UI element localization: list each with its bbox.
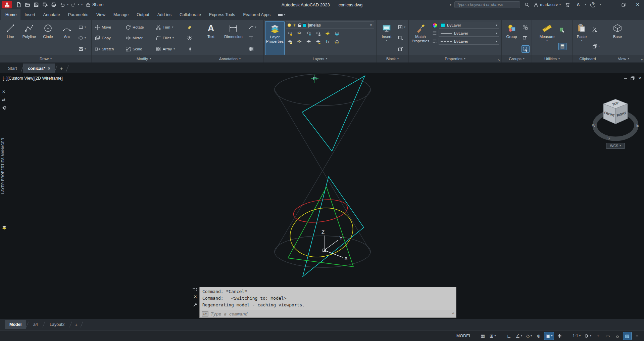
ribbon-tab-addins[interactable]: Add-ins (153, 9, 176, 20)
workspace-switching-button[interactable]: ▾ (583, 332, 593, 340)
insert-block-button[interactable]: Insert ▾ (378, 21, 395, 55)
command-history-expand-arrow[interactable]: ^ (452, 312, 454, 316)
properties-dialog-launcher[interactable]: ↘ (497, 58, 500, 61)
viewcube[interactable]: W S E TOP FRONT RIGHT (587, 92, 644, 145)
ribbon-tab-collaborate[interactable]: Collaborate (176, 9, 205, 20)
modify-panel-label[interactable]: Modify▾ (92, 55, 196, 62)
layer-on-button[interactable] (286, 38, 294, 46)
ellipse-button[interactable]: ▾ (77, 34, 87, 42)
quick-select-button[interactable] (558, 26, 566, 34)
new-drawing-button[interactable] (15, 1, 23, 8)
offset-button[interactable] (186, 45, 193, 53)
minimize-window-button[interactable]: ─ (604, 0, 615, 9)
mirror-button[interactable]: Mirror (124, 34, 153, 42)
match-layer-button[interactable] (333, 30, 341, 37)
autodesk-app-button[interactable]: A (574, 1, 582, 8)
undo-button[interactable] (58, 1, 66, 8)
ribbon-tab-home[interactable]: Home (1, 9, 20, 20)
save-button[interactable] (32, 1, 40, 8)
copy-button[interactable]: Copy (93, 34, 123, 42)
ribbon-tab-express-tools[interactable]: Express Tools (205, 9, 239, 20)
customization-button[interactable]: ≡ (633, 332, 641, 340)
command-customize-icon[interactable]: ▸▾ (202, 311, 208, 316)
object-color-dropdown[interactable]: ByLayer ▾ (439, 22, 499, 29)
ribbon-display-toggle[interactable]: ▾ (275, 9, 289, 20)
layer-previous-button[interactable] (324, 38, 332, 46)
snap-mode-toggle[interactable]: ⊞▾ (488, 332, 497, 340)
multileader-button[interactable]: ▾ (247, 24, 257, 31)
model-space-indicator[interactable]: MODEL (455, 332, 473, 340)
close-file-tab-icon[interactable]: × (48, 66, 50, 71)
save-as-button[interactable] (41, 1, 49, 8)
palette-settings-button[interactable] (2, 105, 7, 110)
layer-dropdown-arrow[interactable]: ▼ (368, 22, 373, 29)
layer-freeze-button[interactable] (305, 30, 313, 37)
layer-properties-button[interactable]: Layer Properties (265, 21, 285, 55)
polar-tracking-toggle[interactable]: ∠▾ (514, 332, 524, 340)
command-window-grip[interactable] (192, 288, 198, 291)
object-snap-tracking-toggle[interactable]: ⊕ (534, 332, 543, 340)
section-plane-top-cyan[interactable] (302, 76, 365, 151)
match-properties-button[interactable]: Match Properties (410, 21, 431, 55)
annotation-scale-button[interactable]: 1:1▾ (571, 332, 582, 340)
section-plane-bottom-cyan[interactable] (303, 177, 364, 276)
create-block-button[interactable]: ▾ (397, 24, 406, 31)
layers-panel-label[interactable]: Layers▾ (264, 55, 376, 62)
linetype-list-icon[interactable] (432, 39, 437, 44)
viewport-minimize-button[interactable]: ─ (624, 76, 627, 81)
ribbon-tab-annotate[interactable]: Annotate (39, 9, 64, 20)
viewport-controls[interactable]: [−][Custom View][2D Wireframe] (3, 76, 63, 81)
cone-wireframe[interactable] (275, 74, 370, 267)
move-button[interactable]: Move (93, 23, 123, 31)
section-plane-green[interactable] (288, 187, 353, 267)
search-collapse-arrow[interactable]: ▸ (450, 3, 452, 6)
command-window-close-button[interactable]: ✕ (194, 294, 197, 299)
fillet-button[interactable]: Fillet▾ (154, 34, 184, 42)
utilities-panel-label[interactable]: Utilities▾ (532, 55, 572, 62)
undo-flyout-arrow[interactable]: ▾ (67, 3, 68, 6)
layer-unlock-button[interactable] (314, 38, 322, 46)
object-snap-toggle[interactable]: ▣▾ (544, 332, 554, 340)
ortho-mode-toggle[interactable]: ∟ (504, 332, 513, 340)
write-block-button[interactable] (397, 34, 406, 42)
help-button[interactable]: ? (589, 1, 597, 8)
autodesk-app-arrow[interactable]: ▾ (585, 3, 586, 6)
new-layout-button[interactable]: + (72, 322, 81, 328)
hatch-button[interactable]: ▾ (77, 45, 87, 53)
ribbon-tab-parametric[interactable]: Parametric (64, 9, 92, 20)
signed-in-user[interactable]: martaccrv ▾ (534, 2, 561, 7)
palette-autohide-button[interactable]: ⇄ (2, 97, 5, 102)
layer-off-button[interactable] (286, 30, 294, 37)
plot-button[interactable] (50, 1, 58, 8)
file-tab-start[interactable]: Start (3, 63, 21, 73)
palette-layers-icon[interactable] (2, 225, 7, 230)
text-button[interactable]: A Text (202, 21, 220, 55)
qat-customize-arrow[interactable]: ▾ (81, 3, 83, 6)
stretch-button[interactable]: Stretch (93, 45, 123, 53)
command-history[interactable]: Command: *Cancel* Command: <Switching to… (200, 287, 456, 310)
erase-button[interactable] (186, 24, 193, 31)
layer-isolate-button[interactable] (295, 30, 303, 37)
polyline-button[interactable]: Polyline (20, 21, 38, 55)
linetype-dropdown[interactable]: ByLayer ▾ (439, 38, 499, 45)
open-drawing-button[interactable] (23, 1, 32, 8)
search-icon[interactable] (523, 1, 531, 8)
measure-button[interactable]: Measure ▾ (537, 21, 557, 55)
quick-calculator-button[interactable] (558, 43, 566, 50)
explode-button[interactable] (186, 34, 193, 42)
properties-panel-label[interactable]: Properties▾↘ (409, 55, 501, 62)
palette-close-button[interactable]: ✕ (2, 89, 5, 94)
rectangle-button[interactable]: ▾ (77, 24, 87, 31)
file-tab-conicas[interactable]: conicas* × (23, 63, 55, 73)
circle-button[interactable]: Circle (39, 21, 57, 55)
viewport-restore-button[interactable] (630, 76, 635, 81)
text-style-button[interactable] (247, 34, 257, 42)
line-button[interactable]: Line (1, 21, 19, 55)
layer-walk-button[interactable] (333, 38, 341, 46)
close-window-button[interactable]: × (632, 0, 643, 9)
ribbon-tab-view[interactable]: View (92, 9, 109, 20)
trim-button[interactable]: Trim▾ (154, 23, 184, 31)
layer-unisolate-button[interactable] (295, 38, 303, 46)
ribbon-tab-output[interactable]: Output (133, 9, 153, 20)
layout-tab-model[interactable]: Model (5, 320, 26, 329)
